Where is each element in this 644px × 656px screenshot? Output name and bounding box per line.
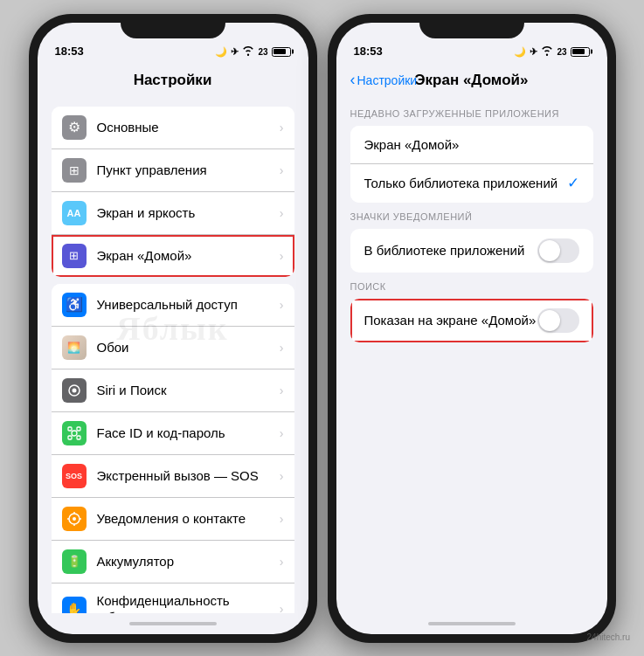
detail-label-search-home: Показан на экране «Домой»: [364, 313, 537, 328]
settings-row-oboi[interactable]: 🌅 Обои ›: [52, 327, 294, 369]
settings-row-osnovnye[interactable]: ⚙ Основные ›: [52, 107, 294, 149]
status-time-left: 18:53: [55, 45, 84, 58]
left-phone: 18:53 🌙 ✈ 23 Настройки Яблык ⚙: [29, 14, 317, 643]
svg-point-8: [73, 517, 76, 521]
section-group-search: Показан на экране «Домой»: [350, 299, 593, 342]
oboi-label: Обои: [97, 339, 276, 356]
settings-row-ekran-domoy[interactable]: ⊞ Экран «Домой» ›: [52, 235, 294, 277]
osnovnye-label: Основные: [97, 119, 276, 136]
settings-row-privacy[interactable]: ✋ Конфиденциальность и безопасность ›: [52, 583, 294, 613]
svg-point-1: [72, 388, 76, 392]
status-icons-right: 🌙 ✈ 23: [514, 46, 589, 58]
settings-group-access: ♿ Универсальный доступ › 🌅 Обои › Siri и…: [52, 284, 294, 613]
detail-label-home: Экран «Домой»: [364, 137, 579, 152]
notif-icon: [62, 507, 87, 531]
ekran-yarkost-icon: AA: [62, 201, 87, 225]
chevron-icon11: ›: [280, 555, 284, 569]
site-watermark: 24hitech.ru: [587, 632, 630, 642]
page-title-right: Экран «Домой»: [414, 72, 528, 89]
punkt-label: Пункт управления: [97, 162, 276, 179]
sos-icon: SOS: [62, 464, 87, 488]
nav-back-label: Настройки: [357, 73, 418, 87]
settings-row-sos[interactable]: SOS Экстренный вызов — SOS ›: [52, 455, 294, 498]
chevron-icon8: ›: [280, 426, 284, 440]
chevron-icon4: ›: [280, 249, 284, 263]
chevron-icon12: ›: [280, 602, 284, 613]
svg-point-6: [72, 431, 77, 436]
osnovnye-icon: ⚙: [62, 115, 87, 140]
battery-icon: [272, 47, 291, 57]
section-group-badges: В библиотеке приложений: [350, 229, 593, 273]
status-time-right: 18:53: [354, 45, 383, 58]
checkmark-icon: ✓: [567, 174, 579, 192]
nav-back-button[interactable]: ‹ Настройки: [350, 73, 418, 87]
notif-label: Уведомления о контакте: [97, 510, 276, 528]
moon-icon-right: 🌙: [514, 46, 526, 58]
ekran-domoy-icon: ⊞: [62, 244, 87, 268]
battery-indicator: 23: [258, 47, 267, 57]
faceid-label: Face ID и код-пароль: [97, 425, 276, 442]
sos-label: Экстренный вызов — SOS: [97, 467, 276, 485]
section-group-recent: Экран «Домой» Только библиотека приложен…: [350, 126, 593, 203]
svg-rect-3: [77, 427, 80, 431]
plane-icon-right: ✈: [530, 46, 537, 58]
toggle-library-badge[interactable]: [537, 238, 579, 263]
siri-icon: [62, 378, 87, 403]
ekran-domoy-label: Экран «Домой»: [97, 247, 276, 265]
wifi-icon-right: [541, 46, 553, 58]
settings-row-faceid[interactable]: Face ID и код-пароль ›: [52, 412, 294, 455]
detail-row-home[interactable]: Экран «Домой»: [350, 126, 593, 164]
privacy-label: Конфиденциальность и безопасность: [97, 592, 276, 613]
settings-row-punkt[interactable]: ⊞ Пункт управления ›: [52, 149, 294, 192]
section-label-badges: ЗНАЧКИ УВЕДОМЛЕНИЙ: [350, 211, 593, 222]
settings-row-ekran-yarkost[interactable]: AA Экран и яркость ›: [52, 192, 294, 235]
chevron-icon2: ›: [280, 163, 284, 177]
nav-bar-right: ‹ Настройки Экран «Домой»: [336, 61, 607, 100]
status-icons-left: 🌙 ✈ 23: [215, 46, 290, 58]
battery-icon-right: [571, 47, 590, 57]
back-chevron-icon: ‹: [350, 72, 356, 87]
chevron-icon: ›: [280, 121, 284, 135]
privacy-icon: ✋: [62, 597, 87, 613]
battery-row-icon: 🔋: [62, 549, 87, 574]
detail-label-library: Только библиотека приложений: [364, 176, 567, 190]
universal-icon: ♿: [62, 293, 87, 317]
sos-badge: SOS: [62, 470, 86, 482]
siri-label: Siri и Поиск: [97, 382, 276, 399]
settings-row-siri[interactable]: Siri и Поиск ›: [52, 369, 294, 412]
settings-row-battery[interactable]: 🔋 Аккумулятор ›: [52, 541, 294, 583]
settings-row-universal[interactable]: ♿ Универсальный доступ ›: [52, 284, 294, 327]
detail-row-library[interactable]: Только библиотека приложений ✓: [350, 164, 593, 203]
punkt-icon: ⊞: [62, 158, 87, 183]
oboi-icon: 🌅: [62, 335, 87, 360]
section-label-search: ПОИСК: [350, 281, 593, 292]
settings-list[interactable]: Яблык ⚙ Основные › ⊞ Пункт управления › …: [38, 100, 308, 613]
section-label-recent: НЕДАВНО ЗАГРУЖЕННЫЕ ПРИЛОЖЕНИЯ: [350, 108, 593, 119]
detail-label-library-badge: В библиотеке приложений: [364, 243, 537, 258]
battery-label: Аккумулятор: [97, 553, 276, 570]
home-indicator-left: [38, 613, 308, 634]
chevron-icon9: ›: [280, 469, 284, 483]
nav-bar-left: Настройки: [38, 61, 308, 100]
settings-row-notifications[interactable]: Уведомления о контакте ›: [52, 498, 294, 541]
notch-right: [419, 14, 524, 38]
chevron-icon6: ›: [280, 341, 284, 355]
battery-num-right: 23: [557, 47, 566, 57]
moon-icon: 🌙: [215, 46, 227, 58]
chevron-icon7: ›: [280, 383, 284, 397]
wifi-icon: [242, 46, 254, 58]
page-title-left: Настройки: [134, 72, 212, 89]
toggle-search-home[interactable]: [537, 308, 579, 333]
notch: [121, 14, 225, 38]
home-indicator-right: [336, 613, 607, 634]
svg-rect-4: [68, 436, 72, 439]
faceid-icon: [62, 421, 87, 445]
universal-label: Универсальный доступ: [97, 296, 276, 314]
svg-rect-5: [77, 436, 80, 439]
chevron-icon5: ›: [280, 298, 284, 312]
settings-group-general: ⚙ Основные › ⊞ Пункт управления › AA Экр…: [52, 107, 294, 277]
detail-scroll[interactable]: Яблык НЕДАВНО ЗАГРУЖЕННЫЕ ПРИЛОЖЕНИЯ Экр…: [336, 100, 607, 613]
detail-row-search-home[interactable]: Показан на экране «Домой»: [350, 299, 593, 342]
ekran-yarkost-label: Экран и яркость: [97, 204, 276, 222]
detail-row-library-badge[interactable]: В библиотеке приложений: [350, 229, 593, 273]
